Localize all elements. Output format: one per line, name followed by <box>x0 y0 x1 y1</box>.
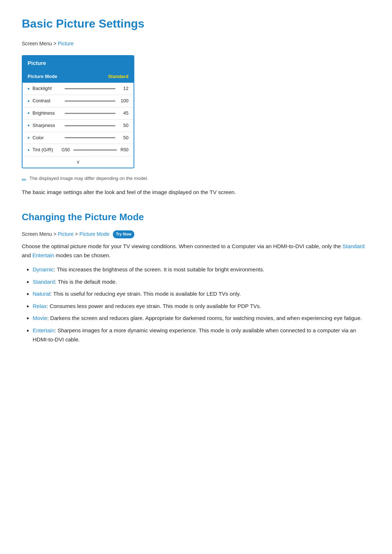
dynamic-label: Dynamic <box>33 266 54 272</box>
bullet-icon: • <box>28 147 30 153</box>
try-now-badge[interactable]: Try Now <box>113 230 134 238</box>
list-item: Dynamic: This increases the brightness o… <box>33 265 370 274</box>
menu-expand-row[interactable]: ∨ <box>23 156 134 167</box>
standard-link[interactable]: Standard <box>343 243 365 249</box>
contrast-label: Contrast <box>33 97 62 105</box>
relax-label: Relax <box>33 303 46 309</box>
brightness-track <box>65 113 115 114</box>
sharpness-row: • Sharpness 50 <box>23 120 134 132</box>
section2-title: Changing the Picture Mode <box>22 210 370 225</box>
contrast-slider <box>65 100 115 102</box>
bullet-icon: • <box>28 86 30 92</box>
tint-label: Tint (G/R) <box>33 146 62 154</box>
breadcrumb2-picture-link[interactable]: Picture <box>58 231 74 237</box>
brightness-slider <box>65 113 115 114</box>
entertain-label: Entertain <box>33 327 54 333</box>
picture-mode-value: Standard <box>108 73 128 81</box>
tint-slider-track <box>73 149 117 151</box>
color-value: 50 <box>118 134 128 142</box>
bullet-icon: • <box>28 135 30 141</box>
breadcrumb2-sep2: > <box>75 231 79 237</box>
breadcrumb-picture-link[interactable]: Picture <box>58 41 74 46</box>
color-row: • Color 50 <box>23 132 134 144</box>
movie-desc: : Darkens the screen and reduces glare. … <box>47 315 362 321</box>
sharpness-track <box>65 125 115 126</box>
breadcrumb-part1: Screen Menu <box>22 41 52 46</box>
picture-mode-row[interactable]: Picture Mode Standard <box>23 70 134 83</box>
note-area: ✏ The displayed image may differ dependi… <box>22 175 370 185</box>
relax-desc: : Consumes less power and reduces eye st… <box>46 303 261 309</box>
sharpness-label: Sharpness <box>33 122 62 130</box>
sharpness-slider <box>65 125 115 126</box>
tint-row: • Tint (G/R) G50 R50 <box>23 144 134 156</box>
list-item: Entertain: Sharpens images for a more dy… <box>33 326 370 344</box>
entertain-link[interactable]: Entertain <box>32 252 54 258</box>
backlight-track <box>65 88 115 89</box>
picture-menu-box: Picture Picture Mode Standard • Backligh… <box>22 55 134 168</box>
list-item: Movie: Darkens the screen and reduces gl… <box>33 313 370 323</box>
description-text: The basic image settings alter the look … <box>22 188 370 197</box>
movie-label: Movie <box>33 315 47 321</box>
contrast-row: • Contrast 100 <box>23 95 134 107</box>
brightness-value: 45 <box>118 110 128 117</box>
color-slider <box>65 137 115 138</box>
breadcrumb2-picturemode-link[interactable]: Picture Mode <box>79 231 109 237</box>
list-item: Standard: This is the default mode. <box>33 277 370 287</box>
bullet-icon: • <box>28 110 30 116</box>
sharpness-value: 50 <box>118 122 128 130</box>
bullet-icon: • <box>28 98 30 104</box>
natural-desc: : This is useful for reducing eye strain… <box>50 291 241 297</box>
breadcrumb-separator: > <box>53 41 58 46</box>
standard-desc: : This is the default mode. <box>55 279 117 285</box>
dynamic-desc: : This increases the brightness of the s… <box>54 266 264 272</box>
backlight-slider <box>65 88 115 89</box>
picture-menu-header-label: Picture <box>28 60 46 66</box>
color-track <box>65 137 115 138</box>
natural-label: Natural <box>33 291 50 297</box>
chevron-down-icon: ∨ <box>76 158 80 166</box>
pencil-icon: ✏ <box>22 175 26 185</box>
brightness-row: • Brightness 45 <box>23 107 134 120</box>
backlight-value: 12 <box>118 85 128 93</box>
section2-intro: Choose the optimal picture mode for your… <box>22 242 370 260</box>
breadcrumb2-sep1: > <box>53 231 58 237</box>
breadcrumb: Screen Menu > Picture <box>22 40 370 48</box>
page-title: Basic Picture Settings <box>22 15 370 33</box>
picture-menu-header: Picture <box>23 56 134 70</box>
picture-modes-list: Dynamic: This increases the brightness o… <box>22 265 370 344</box>
contrast-value: 100 <box>118 97 128 105</box>
list-item: Relax: Consumes less power and reduces e… <box>33 301 370 311</box>
color-label: Color <box>33 134 62 142</box>
tint-g-value: G50 <box>62 147 70 153</box>
list-item: Natural: This is useful for reducing eye… <box>33 289 370 299</box>
entertain-desc: : Sharpens images for a more dynamic vie… <box>33 327 356 343</box>
breadcrumb2: Screen Menu > Picture > Picture Mode Try… <box>22 230 370 238</box>
tint-r-value: R50 <box>121 147 128 153</box>
bullet-icon: • <box>28 123 30 128</box>
picture-mode-label: Picture Mode <box>28 73 57 81</box>
backlight-label: Backlight <box>33 85 62 93</box>
note-text: The displayed image may differ depending… <box>29 175 148 182</box>
backlight-row: • Backlight 12 <box>23 83 134 95</box>
brightness-label: Brightness <box>33 110 62 117</box>
breadcrumb2-part1: Screen Menu <box>22 231 52 237</box>
contrast-track <box>65 100 115 102</box>
standard-mode-label: Standard <box>33 279 55 285</box>
